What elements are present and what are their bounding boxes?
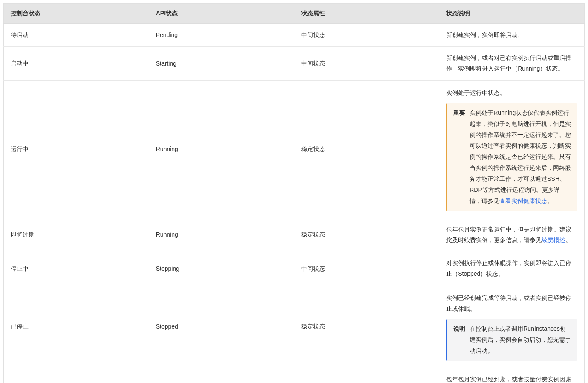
- cell-api: Pending: [149, 24, 294, 47]
- cell-console: 停止中: [4, 252, 149, 286]
- cell-desc: 新创建实例，实例即将启动。: [439, 24, 585, 47]
- note-label: 说明: [453, 323, 465, 334]
- header-console-status: 控制台状态: [4, 4, 149, 24]
- cell-api: Starting: [149, 47, 294, 80]
- cell-console: 启动中: [4, 47, 149, 80]
- cell-desc: 实例处于运行中状态。 重要 实例处于Running状态仅代表实例运行起来，类似于…: [439, 80, 585, 218]
- cell-attr: 稳定状态: [294, 80, 439, 218]
- cell-attr: 稳定状态: [294, 218, 439, 252]
- cell-api: Running: [149, 218, 294, 252]
- table-row: 待启动 Pending 中间状态 新创建实例，实例即将启动。: [4, 24, 585, 47]
- status-table: 控制台状态 API状态 状态属性 状态说明 待启动 Pending 中间状态 新…: [3, 3, 585, 383]
- table-row: 停止中 Stopping 中间状态 对实例执行停止或休眠操作，实例即将进入已停止…: [4, 252, 585, 286]
- table-row: 启动中 Starting 中间状态 新创建实例，或者对已有实例执行启动或重启操作…: [4, 47, 585, 80]
- cell-desc: 包年包月实例正常运行中，但是即将过期。建议您及时续费实例，更多信息，请参见续费概…: [439, 218, 585, 252]
- cell-api: Running: [149, 80, 294, 218]
- table-row: 即将过期 Running 稳定状态 包年包月实例正常运行中，但是即将过期。建议您…: [4, 218, 585, 252]
- header-api-status: API状态: [149, 4, 294, 24]
- link-health-status[interactable]: 查看实例健康状态: [499, 197, 547, 204]
- cell-console: 即将过期: [4, 218, 149, 252]
- cell-console: 运行中: [4, 80, 149, 218]
- cell-desc: 包年包月实例已经到期，或者按量付费实例因账号欠费而停机，实例即将释放。关于实例的…: [439, 368, 585, 383]
- table-row: 已过期 Stopped 稳定状态 包年包月实例已经到期，或者按量付费实例因账号欠…: [4, 368, 585, 383]
- cell-console: 已停止: [4, 286, 149, 368]
- cell-console: 待启动: [4, 24, 149, 47]
- table-row: 已停止 Stopped 稳定状态 实例已经创建完成等待启动，或者实例已经被停止或…: [4, 286, 585, 368]
- header-status-attribute: 状态属性: [294, 4, 439, 24]
- cell-attr: 中间状态: [294, 47, 439, 80]
- cell-console: 已过期: [4, 368, 149, 383]
- cell-api: Stopped: [149, 286, 294, 368]
- important-note: 重要 实例处于Running状态仅代表实例运行起来，类似于对电脑进行开机，但是实…: [446, 103, 577, 211]
- desc-text: 实例处于运行中状态。: [446, 88, 577, 98]
- link-renewal[interactable]: 续费概述: [542, 237, 565, 243]
- cell-desc: 新创建实例，或者对已有实例执行启动或重启操作，实例即将进入运行中（Running…: [439, 47, 585, 80]
- cell-api: Stopping: [149, 252, 294, 286]
- cell-desc: 实例已经创建完成等待启动，或者实例已经被停止或休眠。 说明 在控制台上或者调用R…: [439, 286, 585, 368]
- info-note: 说明 在控制台上或者调用RunInstances创建实例后，实例会自动启动，您无…: [446, 319, 577, 361]
- cell-desc: 对实例执行停止或休眠操作，实例即将进入已停止（Stopped）状态。: [439, 252, 585, 286]
- note-label: 重要: [453, 108, 465, 119]
- cell-attr: 稳定状态: [294, 286, 439, 368]
- cell-attr: 中间状态: [294, 252, 439, 286]
- note-content: 实例处于Running状态仅代表实例运行起来，类似于对电脑进行开机，但是实例的操…: [470, 108, 571, 207]
- table-row: 运行中 Running 稳定状态 实例处于运行中状态。 重要 实例处于Runni…: [4, 80, 585, 218]
- cell-attr: 中间状态: [294, 24, 439, 47]
- note-content: 在控制台上或者调用RunInstances创建实例后，实例会自动启动，您无需手动…: [470, 323, 571, 357]
- desc-text: 实例已经创建完成等待启动，或者实例已经被停止或休眠。: [446, 293, 577, 314]
- table-header-row: 控制台状态 API状态 状态属性 状态说明: [4, 4, 585, 24]
- header-status-description: 状态说明: [439, 4, 585, 24]
- cell-api: Stopped: [149, 368, 294, 383]
- cell-attr: 稳定状态: [294, 368, 439, 383]
